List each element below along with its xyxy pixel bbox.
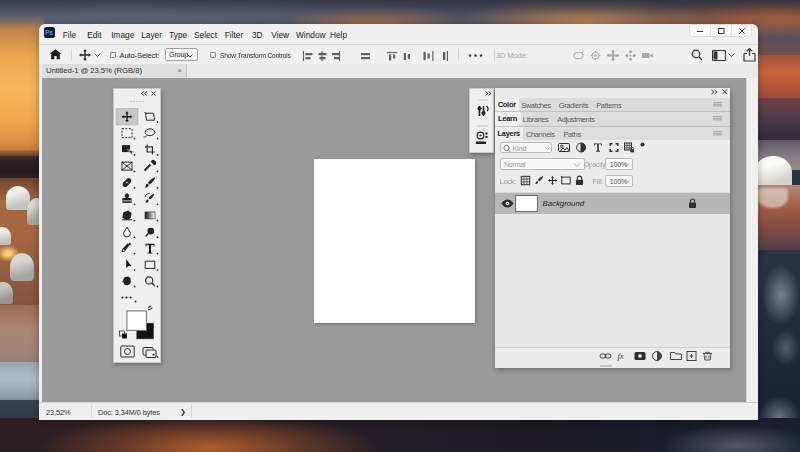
svg-text:fx: fx — [617, 351, 623, 361]
svg-text:Kind: Kind — [512, 145, 526, 152]
